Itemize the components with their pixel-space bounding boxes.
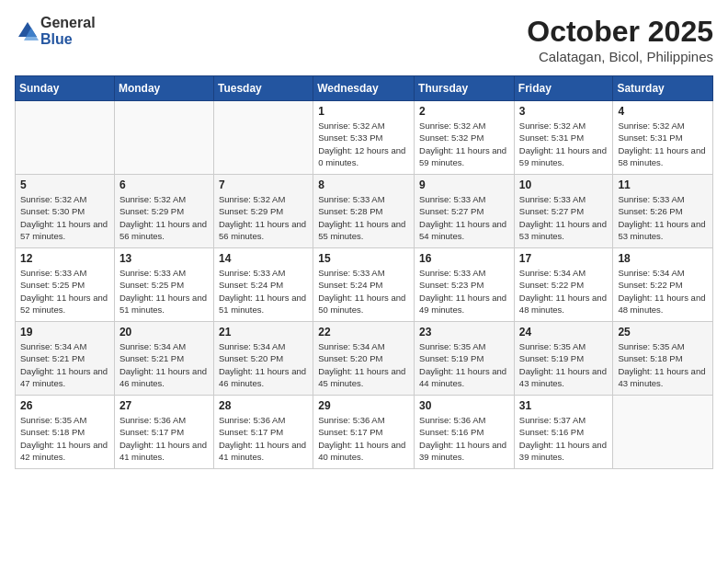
day-info: Sunrise: 5:33 AM Sunset: 5:26 PM Dayligh…	[618, 193, 708, 242]
day-number: 15	[318, 252, 409, 265]
day-number: 6	[119, 178, 209, 191]
day-number: 22	[318, 326, 409, 339]
day-info: Sunrise: 5:34 AM Sunset: 5:21 PM Dayligh…	[20, 340, 109, 389]
day-number: 17	[519, 252, 609, 265]
day-number: 25	[618, 326, 708, 339]
day-number: 8	[318, 178, 409, 191]
week-row-1: 1Sunrise: 5:32 AM Sunset: 5:33 PM Daylig…	[16, 101, 713, 175]
day-cell-4: 4Sunrise: 5:32 AM Sunset: 5:31 PM Daylig…	[613, 101, 713, 175]
week-row-5: 26Sunrise: 5:35 AM Sunset: 5:18 PM Dayli…	[16, 396, 713, 469]
day-cell-27: 27Sunrise: 5:36 AM Sunset: 5:17 PM Dayli…	[114, 396, 213, 469]
day-cell-14: 14Sunrise: 5:33 AM Sunset: 5:24 PM Dayli…	[213, 248, 313, 322]
day-number: 7	[219, 178, 308, 191]
empty-cell	[114, 101, 213, 175]
day-cell-29: 29Sunrise: 5:36 AM Sunset: 5:17 PM Dayli…	[313, 396, 415, 469]
day-number: 13	[119, 252, 209, 265]
day-cell-19: 19Sunrise: 5:34 AM Sunset: 5:21 PM Dayli…	[16, 322, 115, 396]
day-info: Sunrise: 5:32 AM Sunset: 5:31 PM Dayligh…	[519, 120, 609, 168]
day-info: Sunrise: 5:33 AM Sunset: 5:24 PM Dayligh…	[318, 267, 409, 316]
weekday-header-monday: Monday	[114, 76, 213, 101]
day-cell-8: 8Sunrise: 5:33 AM Sunset: 5:28 PM Daylig…	[313, 175, 415, 248]
day-info: Sunrise: 5:34 AM Sunset: 5:22 PM Dayligh…	[519, 267, 609, 316]
day-number: 21	[219, 326, 308, 339]
day-number: 5	[20, 178, 109, 191]
day-info: Sunrise: 5:32 AM Sunset: 5:32 PM Dayligh…	[419, 120, 509, 168]
day-info: Sunrise: 5:36 AM Sunset: 5:17 PM Dayligh…	[119, 414, 209, 463]
day-cell-25: 25Sunrise: 5:35 AM Sunset: 5:18 PM Dayli…	[613, 322, 713, 396]
day-cell-23: 23Sunrise: 5:35 AM Sunset: 5:19 PM Dayli…	[415, 322, 515, 396]
day-cell-18: 18Sunrise: 5:34 AM Sunset: 5:22 PM Dayli…	[613, 248, 713, 322]
day-number: 4	[618, 105, 708, 118]
day-info: Sunrise: 5:32 AM Sunset: 5:29 PM Dayligh…	[119, 193, 209, 242]
day-cell-11: 11Sunrise: 5:33 AM Sunset: 5:26 PM Dayli…	[613, 175, 713, 248]
day-info: Sunrise: 5:34 AM Sunset: 5:20 PM Dayligh…	[219, 340, 308, 389]
day-number: 19	[20, 326, 109, 339]
logo-blue: Blue	[40, 31, 73, 47]
weekday-header-tuesday: Tuesday	[213, 76, 313, 101]
day-number: 23	[419, 326, 509, 339]
day-number: 1	[318, 105, 409, 118]
logo-icon	[15, 18, 40, 44]
empty-cell	[213, 101, 313, 175]
day-info: Sunrise: 5:33 AM Sunset: 5:28 PM Dayligh…	[318, 193, 409, 242]
header: General Blue October 2025 Calatagan, Bic…	[15, 15, 713, 64]
day-info: Sunrise: 5:35 AM Sunset: 5:18 PM Dayligh…	[20, 414, 109, 463]
day-cell-3: 3Sunrise: 5:32 AM Sunset: 5:31 PM Daylig…	[514, 101, 613, 175]
day-number: 16	[419, 252, 509, 265]
day-info: Sunrise: 5:35 AM Sunset: 5:19 PM Dayligh…	[519, 340, 609, 389]
day-cell-2: 2Sunrise: 5:32 AM Sunset: 5:32 PM Daylig…	[415, 101, 515, 175]
day-number: 26	[20, 399, 109, 412]
day-number: 29	[318, 399, 409, 412]
day-info: Sunrise: 5:34 AM Sunset: 5:20 PM Dayligh…	[318, 340, 409, 389]
day-cell-13: 13Sunrise: 5:33 AM Sunset: 5:25 PM Dayli…	[114, 248, 213, 322]
day-cell-7: 7Sunrise: 5:32 AM Sunset: 5:29 PM Daylig…	[213, 175, 313, 248]
month-title: October 2025	[527, 15, 713, 49]
weekday-header-sunday: Sunday	[16, 76, 115, 101]
day-number: 24	[519, 326, 609, 339]
week-row-2: 5Sunrise: 5:32 AM Sunset: 5:30 PM Daylig…	[16, 175, 713, 248]
day-cell-12: 12Sunrise: 5:33 AM Sunset: 5:25 PM Dayli…	[16, 248, 115, 322]
day-number: 30	[419, 399, 509, 412]
day-info: Sunrise: 5:33 AM Sunset: 5:24 PM Dayligh…	[219, 267, 308, 316]
logo: General Blue	[15, 15, 96, 48]
day-number: 31	[519, 399, 609, 412]
logo-general: General	[40, 15, 96, 30]
day-cell-9: 9Sunrise: 5:33 AM Sunset: 5:27 PM Daylig…	[415, 175, 515, 248]
day-cell-15: 15Sunrise: 5:33 AM Sunset: 5:24 PM Dayli…	[313, 248, 415, 322]
day-info: Sunrise: 5:35 AM Sunset: 5:18 PM Dayligh…	[618, 340, 708, 389]
day-cell-20: 20Sunrise: 5:34 AM Sunset: 5:21 PM Dayli…	[114, 322, 213, 396]
day-info: Sunrise: 5:36 AM Sunset: 5:17 PM Dayligh…	[318, 414, 409, 463]
calendar-table: SundayMondayTuesdayWednesdayThursdayFrid…	[15, 75, 713, 469]
weekday-header-row: SundayMondayTuesdayWednesdayThursdayFrid…	[16, 76, 713, 101]
day-info: Sunrise: 5:36 AM Sunset: 5:17 PM Dayligh…	[219, 414, 308, 463]
day-cell-24: 24Sunrise: 5:35 AM Sunset: 5:19 PM Dayli…	[514, 322, 613, 396]
weekday-header-friday: Friday	[514, 76, 613, 101]
day-number: 27	[119, 399, 209, 412]
day-cell-16: 16Sunrise: 5:33 AM Sunset: 5:23 PM Dayli…	[415, 248, 515, 322]
day-number: 11	[618, 178, 708, 191]
week-row-3: 12Sunrise: 5:33 AM Sunset: 5:25 PM Dayli…	[16, 248, 713, 322]
weekday-header-saturday: Saturday	[613, 76, 713, 101]
weekday-header-thursday: Thursday	[415, 76, 515, 101]
weekday-header-wednesday: Wednesday	[313, 76, 415, 101]
day-info: Sunrise: 5:33 AM Sunset: 5:27 PM Dayligh…	[419, 193, 509, 242]
day-info: Sunrise: 5:34 AM Sunset: 5:21 PM Dayligh…	[119, 340, 209, 389]
location-title: Calatagan, Bicol, Philippines	[527, 49, 713, 64]
day-number: 2	[419, 105, 509, 118]
day-cell-1: 1Sunrise: 5:32 AM Sunset: 5:33 PM Daylig…	[313, 101, 415, 175]
week-row-4: 19Sunrise: 5:34 AM Sunset: 5:21 PM Dayli…	[16, 322, 713, 396]
day-number: 10	[519, 178, 609, 191]
day-info: Sunrise: 5:34 AM Sunset: 5:22 PM Dayligh…	[618, 267, 708, 316]
day-number: 3	[519, 105, 609, 118]
day-info: Sunrise: 5:33 AM Sunset: 5:27 PM Dayligh…	[519, 193, 609, 242]
day-number: 14	[219, 252, 308, 265]
day-cell-30: 30Sunrise: 5:36 AM Sunset: 5:16 PM Dayli…	[415, 396, 515, 469]
day-cell-31: 31Sunrise: 5:37 AM Sunset: 5:16 PM Dayli…	[514, 396, 613, 469]
day-info: Sunrise: 5:32 AM Sunset: 5:33 PM Dayligh…	[318, 120, 409, 168]
day-info: Sunrise: 5:33 AM Sunset: 5:23 PM Dayligh…	[419, 267, 509, 316]
day-cell-21: 21Sunrise: 5:34 AM Sunset: 5:20 PM Dayli…	[213, 322, 313, 396]
day-number: 18	[618, 252, 708, 265]
day-info: Sunrise: 5:33 AM Sunset: 5:25 PM Dayligh…	[119, 267, 209, 316]
day-cell-28: 28Sunrise: 5:36 AM Sunset: 5:17 PM Dayli…	[213, 396, 313, 469]
day-info: Sunrise: 5:37 AM Sunset: 5:16 PM Dayligh…	[519, 414, 609, 463]
